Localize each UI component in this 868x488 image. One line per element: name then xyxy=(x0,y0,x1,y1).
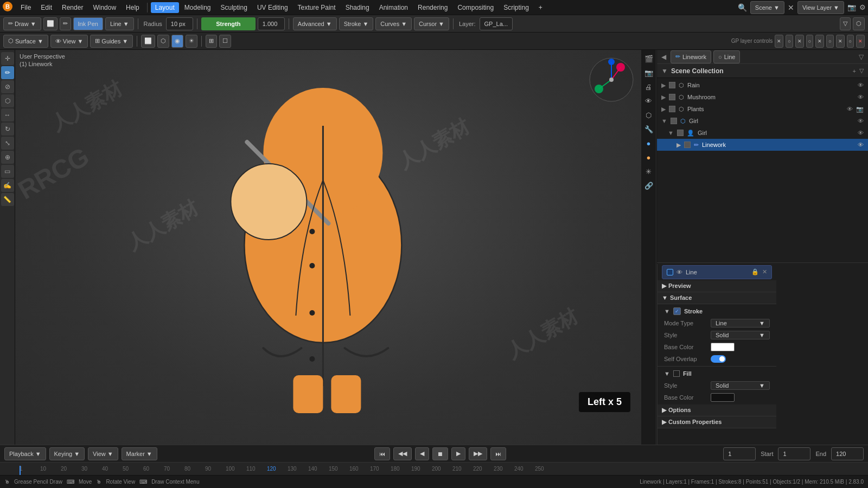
rain-check[interactable] xyxy=(669,82,675,88)
sidebar-render-icon[interactable]: 📷 xyxy=(642,66,655,79)
collection-options-icon[interactable]: ▽ xyxy=(859,67,864,74)
stroke-btn[interactable]: Stroke ▼ xyxy=(339,17,374,30)
girl-obj-check[interactable] xyxy=(677,130,684,136)
advanced-btn[interactable]: Advanced ▼ xyxy=(293,17,337,30)
gp-ctrl-2[interactable]: ○ xyxy=(786,35,793,48)
guides-btn[interactable]: ⊞ Guides ▼ xyxy=(90,35,133,48)
gp-ctrl-1[interactable]: ✕ xyxy=(775,35,783,48)
green-bar[interactable]: Strength xyxy=(201,17,256,30)
scene-close-icon[interactable]: ✕ xyxy=(788,3,794,12)
preview-header[interactable]: ▶ Preview xyxy=(658,280,776,292)
plants-check[interactable] xyxy=(669,106,675,112)
tool-type-selector[interactable]: Line ▼ xyxy=(105,17,134,30)
workspace-texturepaint[interactable]: Texture Paint xyxy=(293,2,340,13)
base-color-swatch[interactable] xyxy=(711,343,735,351)
prev-frame-btn[interactable]: ◀◀ xyxy=(393,447,412,460)
overlay-toggle[interactable]: ⊞ xyxy=(206,35,217,48)
fill-check-icon[interactable] xyxy=(673,370,680,377)
viewport[interactable]: 人人素材 RRCG 人人素材 RRCG 人人素材 人人素材 xyxy=(15,50,641,445)
gp-ctrl-3[interactable]: ✕ xyxy=(795,35,804,48)
gp-ctrl-5[interactable]: ✕ xyxy=(815,35,824,48)
annotate-tool[interactable]: ✍ xyxy=(1,179,14,192)
tool-icon-1[interactable]: ⬜ xyxy=(43,17,58,30)
play-back-btn[interactable]: ◀ xyxy=(415,447,429,460)
linework-check[interactable] xyxy=(684,142,691,148)
workspace-rendering[interactable]: Rendering xyxy=(413,2,452,13)
gp-line-eye[interactable]: 👁 xyxy=(676,269,682,275)
sidebar-object-icon[interactable]: ⬡ xyxy=(642,108,655,121)
scene-item-plants[interactable]: ▶ ⬡ Plants 👁 📷 xyxy=(657,103,868,115)
draw-tool[interactable]: ✏ xyxy=(1,66,14,79)
timeline-playback-btn[interactable]: Playback ▼ xyxy=(4,447,46,460)
scene-item-rain[interactable]: ▶ ⬡ Rain 👁 xyxy=(657,79,868,91)
nav-gizmo[interactable] xyxy=(587,55,636,104)
next-frame-btn[interactable]: ▶▶ xyxy=(469,447,487,460)
workspace-scripting[interactable]: Scripting xyxy=(499,2,533,13)
gp-ctrl-6[interactable]: ○ xyxy=(826,35,833,48)
strength-value[interactable]: 1.000 xyxy=(258,17,285,30)
xray-toggle[interactable]: ☐ xyxy=(219,35,231,48)
transform-tool[interactable]: ⊕ xyxy=(1,151,14,164)
start-frame[interactable]: 1 xyxy=(778,447,810,460)
shading-material[interactable]: ◉ xyxy=(171,35,183,48)
view-layer-selector[interactable]: View Layer ▼ xyxy=(797,1,844,14)
timeline-keying-btn[interactable]: Keying ▼ xyxy=(49,447,85,460)
measure-tool[interactable]: 📏 xyxy=(1,193,14,206)
girl-obj-visibility[interactable]: 👁 xyxy=(858,130,864,136)
gp-ctrl-8[interactable]: ○ xyxy=(847,35,854,48)
stroke-expand-icon[interactable]: ▼ xyxy=(664,308,670,314)
erase-tool[interactable]: ⊘ xyxy=(1,80,14,93)
overlay-btn[interactable]: ⬡ xyxy=(853,17,865,30)
options-header[interactable]: ▶ Options xyxy=(658,404,776,416)
girl-coll-visibility[interactable]: 👁 xyxy=(858,118,864,124)
scene-item-linework[interactable]: ▶ ✏ Linework 👁 xyxy=(657,139,868,151)
tool-icon-2[interactable]: ✏ xyxy=(60,17,71,30)
gp-ctrl-4[interactable]: ○ xyxy=(806,35,813,48)
plants-visibility[interactable]: 👁 xyxy=(847,106,853,112)
cursor-btn[interactable]: Cursor ▼ xyxy=(414,17,449,30)
sidebar-constraints-icon[interactable]: 🔗 xyxy=(642,179,655,192)
radius-value[interactable]: 10 px xyxy=(166,17,193,30)
self-overlap-toggle[interactable] xyxy=(711,355,726,363)
sidebar-scene-icon[interactable]: 🎬 xyxy=(642,52,655,65)
panel-filter-icon[interactable]: ▽ xyxy=(859,53,864,61)
surface-btn[interactable]: ⬡ Surface ▼ xyxy=(3,35,48,48)
shading-solid[interactable]: ⬡ xyxy=(157,35,169,48)
gp-ctrl-7[interactable]: ✕ xyxy=(836,35,845,48)
sidebar-view-icon[interactable]: 👁 xyxy=(642,94,655,107)
linework-selector[interactable]: ✏ Linework xyxy=(671,50,711,63)
settings-icon[interactable]: ⚙ xyxy=(859,3,866,11)
select-tool[interactable]: ▭ xyxy=(1,165,14,178)
move-tool[interactable]: ↔ xyxy=(1,108,14,121)
scene-item-girl-object[interactable]: ▼ 👤 Girl 👁 xyxy=(657,127,868,139)
workspace-modeling[interactable]: Modeling xyxy=(180,2,215,13)
add-workspace-btn[interactable]: + xyxy=(534,2,547,13)
scene-item-girl-collection[interactable]: ▼ ⬡ Girl 👁 xyxy=(657,115,868,127)
sidebar-shader-icon[interactable]: ● xyxy=(642,137,655,150)
plants-render-icon[interactable]: 📷 xyxy=(856,106,864,113)
fill-tool[interactable]: ⬡ xyxy=(1,94,14,107)
expand-icon[interactable]: ▼ xyxy=(661,67,668,75)
menu-help[interactable]: Help xyxy=(122,2,144,13)
rotate-tool[interactable]: ↻ xyxy=(1,123,14,136)
filter-btn[interactable]: ▽ xyxy=(840,17,851,30)
gp-line-close[interactable]: ✕ xyxy=(762,268,767,275)
play-btn[interactable]: ▶ xyxy=(451,447,465,460)
jump-end-btn[interactable]: ⏭ xyxy=(490,447,506,460)
workspace-sculpting[interactable]: Sculpting xyxy=(216,2,252,13)
scale-tool[interactable]: ⤡ xyxy=(1,137,14,150)
menu-window[interactable]: Window xyxy=(88,2,120,13)
linework-visibility[interactable]: 👁 xyxy=(858,142,864,148)
curves-btn[interactable]: Curves ▼ xyxy=(375,17,412,30)
fill-style-value[interactable]: Solid ▼ xyxy=(711,381,770,390)
workspace-compositing[interactable]: Compositing xyxy=(453,2,498,13)
layer-value[interactable]: GP_La... xyxy=(480,17,513,30)
workspace-shading[interactable]: Shading xyxy=(341,2,374,13)
jump-start-btn[interactable]: ⏮ xyxy=(374,447,390,460)
fill-base-color-swatch[interactable] xyxy=(711,393,735,402)
style-value[interactable]: Solid ▼ xyxy=(711,331,770,339)
search-icon[interactable]: 🔍 xyxy=(738,3,747,12)
mushroom-check[interactable] xyxy=(669,94,675,100)
end-frame[interactable]: 120 xyxy=(831,447,864,460)
custom-props-header[interactable]: ▶ Custom Properties xyxy=(658,416,776,428)
